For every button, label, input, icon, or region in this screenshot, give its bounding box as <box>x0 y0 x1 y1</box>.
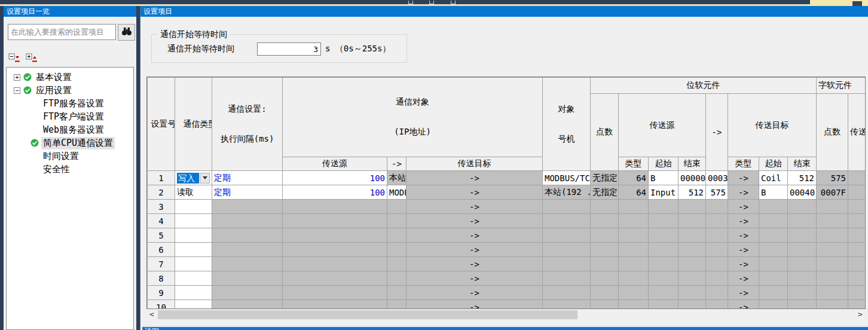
tree-item[interactable]: +基本设置 <box>7 71 133 84</box>
arrow-cell: -> <box>728 300 759 310</box>
col-header-src-end: 结束 <box>678 157 706 171</box>
bit-points-cell <box>619 300 649 310</box>
arrow-cell: -> <box>407 286 543 300</box>
dst-type-cell[interactable]: Coil <box>759 171 788 185</box>
dst-start-cell[interactable]: 00040 <box>788 185 817 200</box>
dst-start-cell <box>788 271 817 286</box>
src-start-cell[interactable]: 512 <box>678 185 706 200</box>
src-type-cell[interactable]: Input <box>649 185 678 200</box>
collapse-icon[interactable]: − <box>14 87 20 94</box>
check-icon <box>23 86 32 94</box>
comm-type-cell[interactable]: 写入 <box>175 171 212 185</box>
row-number: 4 <box>148 214 175 228</box>
src-end-cell <box>706 300 728 310</box>
target-station-cell[interactable]: 无指定 <box>591 171 619 185</box>
group-header-word-source: 传送源 <box>848 94 866 171</box>
bit-points-cell[interactable]: 64 <box>619 171 649 185</box>
scroll-left-icon[interactable]: < <box>148 310 156 320</box>
expand-all-icon[interactable] <box>26 53 38 63</box>
col-header-word-points: 点数 <box>817 94 848 171</box>
expand-icon[interactable]: + <box>14 74 20 81</box>
bit-points-cell <box>619 200 649 214</box>
ip-dest-cell <box>543 257 591 271</box>
target-station-cell[interactable]: 无指定 <box>591 185 619 200</box>
bit-points-cell <box>619 228 649 243</box>
dst-type-cell[interactable]: B <box>759 185 788 200</box>
src-type-cell <box>649 243 678 257</box>
comm-type-cell[interactable] <box>175 286 212 300</box>
arrow-cell: -> <box>728 243 759 257</box>
comm-type-cell[interactable] <box>175 257 212 271</box>
dst-end-cell <box>817 300 848 310</box>
comm-type-cell[interactable] <box>175 214 212 228</box>
scroll-right-icon[interactable]: > <box>856 310 864 320</box>
src-end-cell[interactable]: 575 <box>706 185 728 200</box>
clipped-toolbar-strip <box>0 0 868 6</box>
src-end-cell <box>706 243 728 257</box>
horizontal-scrollbar[interactable]: < > <box>146 310 866 320</box>
search-button[interactable] <box>118 24 135 41</box>
tree-item[interactable]: Web服务器设置 <box>7 123 133 136</box>
tree-item-label: FTP服务器设置 <box>41 97 106 110</box>
comm-type-cell[interactable] <box>175 243 212 257</box>
collapse-all-icon[interactable] <box>8 53 20 63</box>
col-header-bit-points: 点数 <box>591 94 619 171</box>
dst-end-cell <box>817 271 848 286</box>
dst-start-cell <box>788 300 817 310</box>
tree-item[interactable]: 时间设置 <box>7 149 133 163</box>
interval-cell[interactable]: 100 <box>283 171 387 185</box>
arrow-cell: -> <box>407 200 543 214</box>
timing-cell[interactable]: 定期 <box>212 185 283 200</box>
chevron-down-icon[interactable] <box>200 173 210 184</box>
src-type-cell[interactable]: B <box>649 171 678 185</box>
dst-start-cell <box>788 286 817 300</box>
col-header-bit-arrow: -> <box>706 94 728 171</box>
tree-item[interactable]: FTP客户端设置 <box>7 110 133 123</box>
ip-source-cell[interactable]: MODBUS/TCP(192 . 168 . <box>387 185 407 200</box>
scrollbar-thumb[interactable] <box>158 310 577 319</box>
comm-type-cell[interactable]: 读取 <box>175 185 212 200</box>
src-end-cell <box>706 257 728 271</box>
comm-type-cell[interactable] <box>175 300 212 310</box>
dst-start-cell <box>788 257 817 271</box>
tree-item[interactable]: FTP服务器设置 <box>7 97 133 110</box>
tree-item[interactable]: −应用设置 <box>7 84 133 97</box>
ip-source-cell <box>387 286 407 300</box>
ip-dest-cell[interactable]: 本站(192 . 168 . 0 . 1 <box>543 185 591 200</box>
ip-dest-cell[interactable]: MODBUS/TCP(192 . 168 . <box>543 171 591 185</box>
src-type-cell <box>649 228 678 243</box>
bit-points-cell[interactable]: 64 <box>619 185 649 200</box>
interval-cell[interactable]: 100 <box>283 185 387 200</box>
toolbar-dark-square <box>852 1 862 6</box>
col-header-ip-arrow: -> <box>387 157 407 171</box>
row-number: 1 <box>148 171 175 185</box>
dst-start-cell[interactable]: 512 <box>788 171 817 185</box>
src-start-cell <box>678 271 706 286</box>
table-row: 4->-> <box>148 214 866 228</box>
timing-cell[interactable]: 定期 <box>212 171 283 185</box>
tree-item-label: Web服务器设置 <box>41 124 106 136</box>
table-row: 3->-> <box>148 200 866 214</box>
src-start-cell[interactable]: 00000 <box>678 171 706 185</box>
left-panel-title: 设置项目一览 <box>4 6 136 17</box>
word-points-cell <box>848 271 866 286</box>
comm-type-cell[interactable] <box>175 271 212 286</box>
comm-type-cell[interactable] <box>175 228 212 243</box>
src-type-cell <box>649 257 678 271</box>
word-points-cell <box>848 200 866 214</box>
comm-type-selected-value: 写入 <box>177 173 199 184</box>
comm-type-cell[interactable] <box>175 200 212 214</box>
dst-end-cell <box>817 243 848 257</box>
arrow-cell: -> <box>407 257 543 271</box>
src-end-cell[interactable]: 0003F <box>706 171 728 185</box>
search-input[interactable] <box>8 24 116 40</box>
wait-time-input[interactable] <box>257 42 321 56</box>
tree-item[interactable]: 简单CPU通信设置 <box>7 136 133 149</box>
comm-type-combobox[interactable]: 写入 <box>177 172 210 184</box>
tree-item[interactable]: 安全性 <box>7 163 133 176</box>
tree-item-label: 应用设置 <box>34 84 74 97</box>
dst-type-cell <box>759 286 788 300</box>
ip-source-cell[interactable]: 本站(192 . 168 . 0 . 1 <box>387 171 407 185</box>
row-number: 7 <box>148 257 175 271</box>
table-row: 1写入定期100本站(192 . 168 . 0 . 1->MODBUS/TCP… <box>148 171 866 185</box>
